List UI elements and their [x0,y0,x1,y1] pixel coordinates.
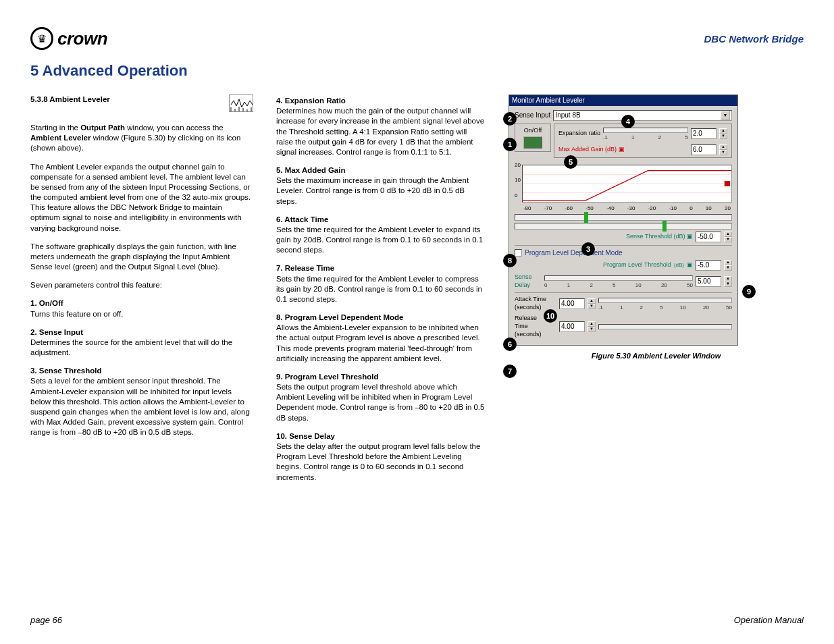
sense-delay-value[interactable]: 5.00 [696,276,721,287]
output-signal-level-bar [515,223,732,230]
intro-paragraph-3: The software graphically displays the ga… [30,242,253,273]
callout-5: 5 [564,155,577,169]
brand-text: crown [57,28,107,49]
graph-x-axis: -80-70-60-50-40-30-20-1001020 [522,205,732,213]
sense-input-dropdown[interactable]: Input 8B ▼ [553,110,732,121]
svg-rect-9 [725,181,730,186]
param-8-head: 8. Program Level Dependent Mode [276,313,486,323]
expansion-ratio-value[interactable]: 2.0 [691,128,716,139]
sense-input-value: Input 8B [555,111,580,119]
callout-7: 7 [503,365,517,378]
plt-unit: (dB) [674,262,684,269]
crown-icon: ♛ [30,27,53,50]
column-2: 4. Expansion Ratio Determines how much t… [276,95,486,491]
callout-10: 10 [544,309,557,323]
param-6-text: Sets the time required for the Ambient L… [276,225,486,256]
param-4-head: 4. Expansion Ratio [276,96,486,106]
onoff-group: On/Off [515,124,551,152]
attack-time-slider[interactable] [598,298,732,303]
pldm-checkbox[interactable] [515,249,522,257]
param-8-text: Allows the Ambient-Leveler expansion to … [276,323,486,364]
max-added-gain-spinner[interactable]: ▲▼ [719,144,727,155]
intro-paragraph-1: Starting in the Output Path window, you … [30,123,253,154]
expansion-ratio-label: Expansion ratio [558,130,600,138]
release-time-spinner[interactable]: ▲▼ [588,321,596,332]
brand-logo: ♛ crown [30,27,107,50]
param-1-text: Turns this feature on or off. [30,309,253,319]
section-heading: 5.3.8 Ambient Leveler [30,95,110,105]
callout-1: 1 [503,138,517,151]
sense-input-label: Sense Input [515,111,550,119]
pldm-label: Program Level Dependent Mode [525,248,623,257]
attack-time-spinner[interactable]: ▲▼ [588,298,596,309]
sense-threshold-value[interactable]: -50.0 [696,232,721,242]
sense-delay-spinner[interactable]: ▲▼ [724,276,732,287]
param-5-head: 5. Max Added Gain [276,165,486,176]
ambient-leveler-window: Monitor Ambient Leveler Sense Input Inpu… [509,95,738,346]
expansion-ratio-slider[interactable] [603,128,688,133]
sense-threshold-spinner[interactable]: ▲▼ [724,232,732,242]
page-footer: page 66 Operation Manual [30,615,804,625]
attack-time-value[interactable]: 4.00 [559,298,585,309]
callout-4: 4 [621,115,635,128]
param-2-text: Determines the source for the ambient le… [30,338,253,358]
column-3: 1 2 3 4 5 6 7 8 9 10 Monitor Ambient Lev… [509,95,804,491]
max-added-gain-value[interactable]: 6.0 [691,144,716,155]
ambient-sense-level-bar [515,214,732,221]
param-7-head: 7. Release Time [276,263,486,273]
param-1-head: 1. On/Off [30,298,253,308]
sense-delay-slider[interactable] [544,275,693,281]
param-3-text: Sets a level for the ambient sensor inpu… [30,376,253,437]
sense-threshold-label: Sense Threshold (dB) ▣ [626,233,693,241]
page-title: 5 Advanced Operation [30,62,804,80]
figure-caption: Figure 5.30 Ambient Leveler Window [509,351,804,361]
expansion-ratio-group: Expansion ratio .1 1 2 5 [554,124,732,158]
param-9-head: 9. Program Level Threshold [276,372,486,382]
expansion-ratio-spinner[interactable]: ▲▼ [719,128,727,139]
onoff-button[interactable] [523,136,542,149]
ambient-leveler-icon [229,95,253,112]
chevron-down-icon[interactable]: ▼ [721,111,730,120]
callout-2: 2 [503,112,517,126]
param-10-text: Sets the delay after the output program … [276,441,486,483]
plt-spinner[interactable]: ▲▼ [724,260,732,271]
param-9-text: Sets the output program level threshold … [276,382,486,423]
param-2-head: 2. Sense Input [30,327,253,338]
sense-delay-label: Sense Delay [515,273,542,290]
page-number: page 66 [30,615,62,625]
plt-label: Program Level Threshold [603,261,671,269]
plt-value[interactable]: -5.0 [696,260,721,271]
param-10-head: 10. Sense Delay [276,431,486,441]
callout-6: 6 [503,338,517,351]
param-3-head: 3. Sense Threshold [30,366,253,376]
product-name: DBC Network Bridge [704,33,804,45]
callout-3: 3 [581,242,595,256]
release-time-value[interactable]: 4.00 [559,321,585,332]
onoff-label: On/Off [524,127,542,135]
intro-paragraph-4: Seven parameters control this feature: [30,280,253,290]
window-titlebar: Monitor Ambient Leveler [509,95,737,106]
param-7-text: Sets the time required for the Ambient L… [276,274,486,305]
release-time-slider[interactable] [598,324,732,329]
param-6-head: 6. Attack Time [276,215,486,225]
callout-8: 8 [503,254,517,267]
param-5-text: Sets the maximum increase in gain throug… [276,176,486,207]
column-1: 5.3.8 Ambient Leveler Starting in the Ou… [30,95,253,491]
manual-name: Operation Manual [734,615,804,625]
callout-9: 9 [742,285,756,298]
gain-graph [522,165,732,203]
param-4-text: Determines how much the gain of the outp… [276,106,486,157]
page-header: ♛ crown DBC Network Bridge [30,27,804,50]
max-added-gain-label: Max Added Gain (dB) ▣ [558,146,625,154]
figure-wrapper: 1 2 3 4 5 6 7 8 9 10 Monitor Ambient Lev… [509,95,804,361]
intro-paragraph-2: The Ambient Leveler expands the output c… [30,162,253,234]
